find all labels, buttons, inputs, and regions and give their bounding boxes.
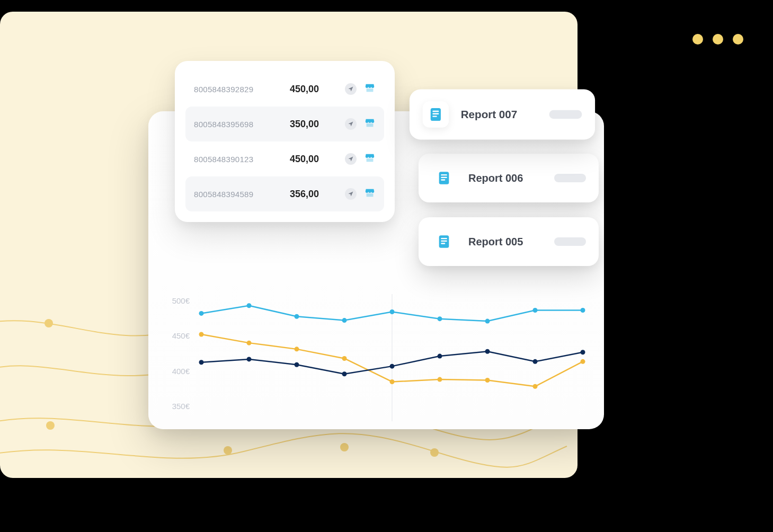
document-icon [423, 101, 449, 127]
window-dot [713, 34, 723, 45]
svg-rect-8 [432, 116, 437, 117]
y-tick: 350€ [164, 402, 196, 411]
svg-point-25 [533, 308, 538, 313]
transaction-id: 8005848390123 [194, 155, 290, 164]
store-icon[interactable] [364, 187, 376, 201]
y-axis-labels: 500€ 450€ 400€ 350€ [164, 294, 196, 421]
navigate-icon[interactable] [345, 83, 357, 95]
report-label: Report 007 [461, 108, 537, 121]
svg-point-44 [581, 350, 585, 354]
svg-rect-10 [441, 174, 447, 175]
y-tick: 400€ [164, 367, 196, 376]
chart-canvas [196, 294, 588, 421]
svg-point-35 [581, 359, 585, 364]
line-chart: 500€ 450€ 400€ 350€ [164, 294, 588, 421]
table-row[interactable]: 8005848390123 450,00 [185, 141, 384, 176]
window-dot [733, 34, 743, 45]
report-item[interactable]: Report 005 [419, 217, 599, 266]
report-item[interactable]: Report 006 [419, 154, 599, 202]
navigate-icon[interactable] [345, 118, 357, 130]
transaction-id: 8005848395698 [194, 120, 290, 129]
svg-point-31 [390, 379, 395, 384]
svg-point-37 [247, 357, 252, 361]
table-row[interactable]: 8005848392829 450,00 [185, 72, 384, 107]
svg-point-3 [340, 443, 349, 451]
svg-rect-14 [441, 238, 447, 239]
transaction-id: 8005848394589 [194, 190, 290, 199]
svg-point-19 [247, 303, 252, 308]
svg-point-28 [247, 341, 252, 345]
y-tick: 500€ [164, 296, 196, 305]
transaction-amount: 356,00 [290, 189, 343, 200]
placeholder-pill [554, 237, 586, 246]
transaction-id: 8005848392829 [194, 85, 290, 94]
store-icon[interactable] [364, 82, 376, 96]
store-icon[interactable] [364, 117, 376, 131]
placeholder-pill [554, 174, 586, 182]
svg-point-34 [533, 384, 538, 389]
svg-rect-11 [441, 177, 447, 178]
report-label: Report 005 [468, 236, 543, 248]
svg-point-23 [438, 316, 442, 321]
svg-rect-16 [441, 243, 445, 244]
svg-point-2 [224, 446, 232, 455]
svg-point-38 [295, 362, 299, 367]
table-row[interactable]: 8005848395698 350,00 [185, 107, 384, 141]
svg-point-4 [430, 448, 439, 457]
svg-point-42 [485, 349, 490, 354]
document-icon [431, 165, 457, 191]
svg-point-30 [342, 356, 347, 361]
svg-rect-7 [432, 113, 439, 114]
svg-point-41 [438, 354, 442, 359]
svg-point-33 [485, 378, 490, 383]
report-label: Report 006 [468, 172, 543, 184]
placeholder-pill [549, 110, 582, 119]
svg-point-26 [581, 308, 585, 313]
svg-point-32 [438, 377, 442, 382]
navigate-icon[interactable] [345, 188, 357, 200]
svg-point-0 [45, 319, 53, 327]
transaction-amount: 450,00 [290, 84, 343, 95]
transaction-amount: 450,00 [290, 154, 343, 165]
svg-point-20 [295, 314, 299, 319]
svg-point-29 [295, 347, 299, 351]
svg-rect-15 [441, 241, 447, 242]
store-icon[interactable] [364, 152, 376, 166]
svg-point-1 [46, 421, 55, 430]
svg-rect-6 [432, 111, 439, 112]
window-dot [692, 34, 703, 45]
svg-rect-12 [441, 179, 445, 180]
svg-point-21 [342, 318, 347, 323]
transaction-amount: 350,00 [290, 119, 343, 130]
svg-point-43 [533, 359, 538, 364]
document-icon [431, 229, 457, 254]
window-controls [692, 34, 743, 45]
svg-point-24 [485, 319, 490, 324]
svg-point-39 [342, 371, 347, 376]
svg-point-40 [390, 364, 395, 369]
report-item[interactable]: Report 007 [410, 90, 595, 140]
table-row[interactable]: 8005848394589 356,00 [185, 176, 384, 211]
reports-list: Report 007 Report 006 Report 005 [419, 90, 599, 266]
transactions-card: 8005848392829 450,00 8005848395698 350,0… [175, 61, 395, 222]
y-tick: 450€ [164, 331, 196, 340]
svg-point-36 [199, 360, 204, 365]
svg-point-27 [199, 332, 204, 337]
navigate-icon[interactable] [345, 153, 357, 165]
svg-point-22 [390, 309, 395, 314]
svg-point-18 [199, 311, 204, 316]
